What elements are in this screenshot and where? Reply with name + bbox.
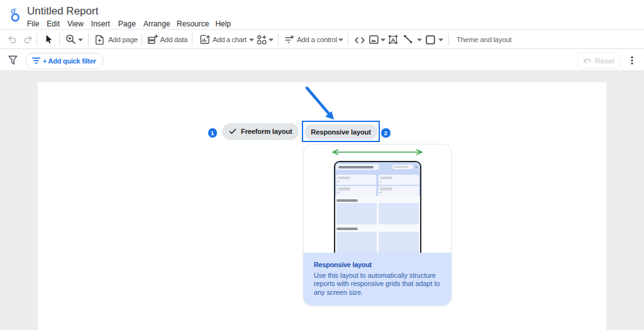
- svg-text:A: A: [391, 36, 395, 43]
